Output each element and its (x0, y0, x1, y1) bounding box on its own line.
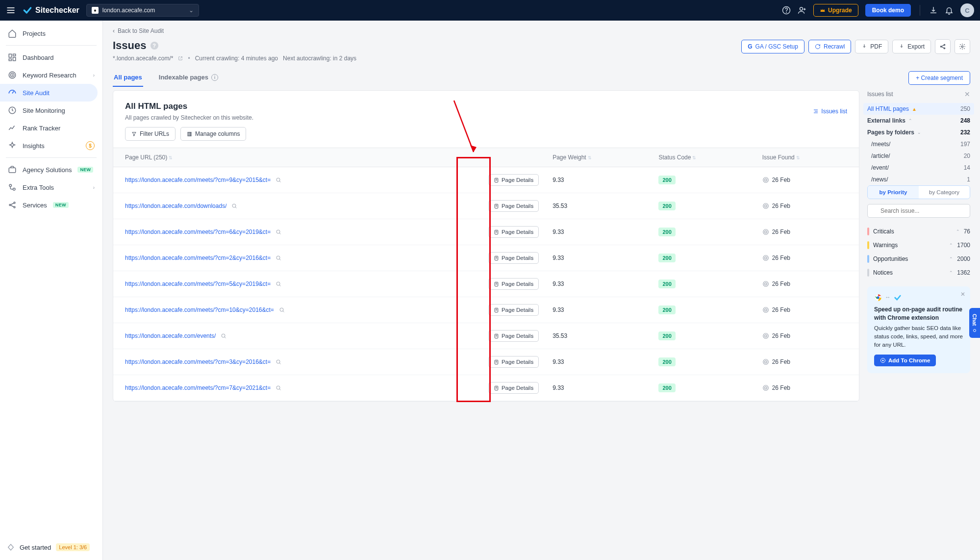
issue-external-links[interactable]: External links ⌃ 248 (867, 115, 970, 127)
export-button[interactable]: Export (892, 40, 931, 53)
search-icon[interactable] (276, 385, 281, 391)
search-icon[interactable] (276, 255, 281, 261)
svg-point-19 (9, 204, 11, 206)
filter-urls-button[interactable]: Filter URLs (125, 127, 176, 141)
upgrade-label: Upgrade (828, 7, 852, 14)
svg-point-21 (14, 206, 15, 208)
sidebar-insights[interactable]: Insights $ (0, 137, 102, 154)
sidebar-rank-tracker[interactable]: Rank Tracker (0, 119, 102, 137)
domain-selector[interactable]: ♠ london.acecafe.com ⌄ (86, 4, 199, 17)
back-link[interactable]: ‹ Back to Site Audit (113, 27, 970, 34)
page-details-button[interactable]: Page Details (488, 226, 539, 238)
page-url-link[interactable]: https://london.acecafe.com/meets/?cm=7&c… (125, 384, 271, 391)
share-button[interactable] (935, 39, 951, 54)
page-details-button[interactable]: Page Details (488, 278, 539, 290)
severity-row[interactable]: Notices ⌃ 1362 (867, 266, 970, 280)
chevron-up-icon: ⌃ (956, 229, 960, 234)
get-started[interactable]: Get started Level 1: 3/6 (0, 538, 102, 556)
sidebar-keyword-research[interactable]: Keyword Research › (0, 66, 102, 84)
page-details-button[interactable]: Page Details (488, 200, 539, 212)
by-category-button[interactable]: by Category (919, 186, 970, 199)
sidebar-projects[interactable]: Projects (0, 25, 102, 42)
folder-item[interactable]: /article/20 (871, 150, 970, 162)
page-details-button[interactable]: Page Details (488, 174, 539, 186)
search-issue-input[interactable] (867, 204, 970, 218)
weight-cell: 9.33 (546, 271, 652, 297)
search-icon[interactable] (276, 177, 281, 183)
page-details-button[interactable]: Page Details (488, 304, 539, 316)
svg-point-37 (763, 178, 768, 183)
close-icon[interactable]: ✕ (964, 90, 970, 98)
page-details-button[interactable]: Page Details (488, 382, 539, 394)
weight-cell: 9.33 (546, 219, 652, 245)
logo[interactable]: Sitechecker (23, 5, 79, 15)
svg-point-88 (276, 386, 280, 389)
sidebar-site-audit[interactable]: Site Audit (0, 84, 98, 102)
page-details-button[interactable]: Page Details (488, 330, 539, 342)
warning-icon: ▲ (912, 106, 917, 112)
tab-indexable-pages[interactable]: Indexable pages i (158, 69, 219, 87)
sidebar-extra-tools[interactable]: Extra Tools › (0, 178, 102, 196)
folder-item[interactable]: /news/1 (871, 174, 970, 185)
avatar[interactable]: C (960, 3, 974, 17)
upgrade-button[interactable]: Upgrade (813, 4, 858, 17)
sidebar-agency-solutions[interactable]: Agency Solutions NEW (0, 161, 102, 178)
col-url[interactable]: Page URL (250)⇅ (113, 148, 546, 167)
tab-all-pages[interactable]: All pages (113, 69, 143, 87)
help-icon[interactable]: ? (151, 42, 158, 50)
search-icon[interactable] (276, 359, 281, 365)
search-icon[interactable] (276, 229, 281, 235)
page-url-link[interactable]: https://london.acecafe.com/meets/?cm=2&c… (125, 255, 271, 261)
search-icon[interactable] (221, 333, 226, 339)
severity-row[interactable]: Warnings ⌃ 1700 (867, 238, 970, 252)
settings-button[interactable] (955, 39, 970, 54)
sidebar-site-monitoring[interactable]: Site Monitoring (0, 102, 102, 119)
col-weight[interactable]: Page Weight⇅ (546, 148, 652, 167)
page-url-link[interactable]: https://london.acecafe.com/meets/?cm=5&c… (125, 280, 271, 287)
page-url-link[interactable]: https://london.acecafe.com/events/ (125, 332, 216, 339)
folder-item[interactable]: /meets/197 (871, 138, 970, 150)
page-details-button[interactable]: Page Details (488, 356, 539, 368)
folder-item[interactable]: /event/14 (871, 162, 970, 174)
page-details-button[interactable]: Page Details (488, 252, 539, 264)
issue-pages-folders[interactable]: Pages by folders ⌄ 232 (867, 127, 970, 138)
search-icon[interactable] (279, 307, 285, 313)
manage-columns-button[interactable]: Manage columns (180, 127, 246, 141)
chevron-up-icon: ⌃ (949, 270, 953, 275)
col-issue[interactable]: Issue Found⇅ (755, 148, 859, 167)
severity-bar-icon (867, 228, 869, 235)
sidebar-dashboard[interactable]: Dashboard (0, 49, 102, 66)
target-icon (762, 332, 769, 339)
severity-row[interactable]: Criticals ⌃ 76 (867, 225, 970, 238)
help-icon[interactable] (782, 6, 791, 15)
sidebar-services[interactable]: Services NEW (0, 196, 102, 214)
search-icon[interactable] (276, 281, 281, 287)
issues-list-toggle[interactable]: Issues list (813, 102, 847, 121)
create-segment-button[interactable]: + Create segment (908, 71, 970, 85)
chevron-up-icon: ⌃ (949, 243, 953, 248)
search-icon[interactable] (231, 203, 237, 209)
page-url-link[interactable]: https://london.acecafe.com/meets/?cm=9&c… (125, 177, 271, 183)
page-url-link[interactable]: https://london.acecafe.com/meets/?cm=10&… (125, 306, 274, 313)
ga-gsc-button[interactable]: GGA / GSC Setup (741, 40, 804, 53)
add-user-icon[interactable] (798, 6, 806, 15)
page-url-link[interactable]: https://london.acecafe.com/meets/?cm=6&c… (125, 229, 271, 235)
pdf-button[interactable]: PDF (855, 40, 888, 53)
bell-icon[interactable] (945, 6, 954, 15)
download-icon[interactable] (929, 6, 938, 15)
recrawl-label: Recrawl (824, 43, 845, 50)
by-priority-button[interactable]: by Priority (868, 186, 919, 199)
severity-row[interactable]: Opportunities ⌃ 2000 (867, 252, 970, 266)
close-icon[interactable]: ✕ (960, 290, 965, 299)
page-url-link[interactable]: https://london.acecafe.com/meets/?cm=3&c… (125, 358, 271, 365)
add-to-chrome-button[interactable]: Add To Chrome (874, 355, 936, 366)
chat-tab[interactable]: Chat (969, 308, 980, 337)
issue-all-html[interactable]: All HTML pages ▲ 250 (863, 103, 974, 115)
scope-text[interactable]: *.london.acecafe.com/* (113, 55, 173, 62)
col-status[interactable]: Status Code⇅ (652, 148, 755, 167)
hamburger-icon[interactable] (6, 5, 16, 15)
book-demo-button[interactable]: Book demo (865, 4, 911, 17)
page-url-link[interactable]: https://london.acecafe.com/downloads/ (125, 203, 226, 209)
doc-icon (494, 281, 499, 287)
recrawl-button[interactable]: Recrawl (808, 40, 851, 53)
